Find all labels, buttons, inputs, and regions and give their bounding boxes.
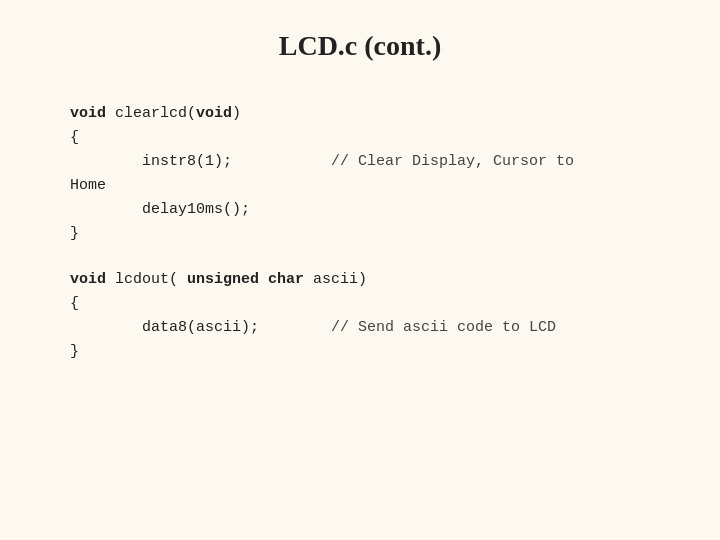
keyword-char: char (268, 271, 304, 288)
code-line-10: } (70, 340, 670, 364)
keyword-unsigned: unsigned (187, 271, 259, 288)
keyword-void3: void (70, 271, 106, 288)
code-line-6: } (70, 222, 670, 246)
code-line-8: { (70, 292, 670, 316)
code-line-7: void lcdout( unsigned char ascii) (70, 268, 670, 292)
section-gap (70, 246, 670, 268)
code-line-5: delay10ms(); (70, 198, 670, 222)
code-line-1: void clearlcd(void) (70, 102, 670, 126)
comment-1: // Clear Display, Cursor to (331, 153, 574, 170)
code-block: void clearlcd(void) { instr8(1); // Clea… (70, 102, 670, 364)
keyword-void2: void (196, 105, 232, 122)
code-line-4: Home (70, 174, 670, 198)
keyword-void: void (70, 105, 106, 122)
slide-container: LCD.c (cont.) void clearlcd(void) { inst… (0, 0, 720, 540)
code-line-3: instr8(1); // Clear Display, Cursor to (70, 150, 670, 174)
code-line-9: data8(ascii); // Send ascii code to LCD (70, 316, 670, 340)
code-line-2: { (70, 126, 670, 150)
slide-title: LCD.c (cont.) (50, 30, 670, 62)
comment-2: // Send ascii code to LCD (331, 319, 556, 336)
